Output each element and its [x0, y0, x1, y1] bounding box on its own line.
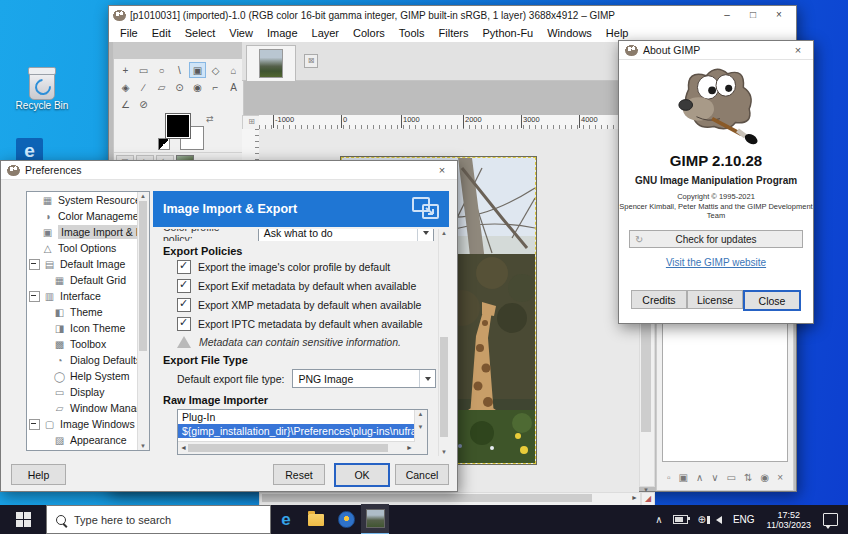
default-export-select[interactable]: PNG Image	[292, 369, 436, 388]
sidebar-item-system-resources[interactable]: ▦System Resources	[27, 192, 149, 208]
plugin-list-hscrollbar[interactable]: ◄ ►	[178, 441, 415, 454]
menu-edit[interactable]: Edit	[145, 27, 178, 39]
image-tab[interactable]	[246, 45, 296, 81]
smudge-tool-icon[interactable]: ◉	[189, 79, 206, 95]
duplicate-icon[interactable]: ▭	[727, 472, 736, 483]
sort-icon[interactable]: ⇅	[744, 472, 752, 483]
plugin-hscrollbar-thumb[interactable]	[188, 444, 388, 452]
settings-scrollbar-thumb[interactable]	[440, 337, 448, 437]
sidebar-item-dialog-defaults[interactable]: ◔Dialog Defaults	[27, 352, 149, 368]
sidebar-item-theme[interactable]: ◧Theme	[27, 304, 149, 320]
menu-windows[interactable]: Windows	[540, 27, 599, 39]
minimize-button[interactable]: –	[714, 7, 740, 23]
sidebar-item-icon-theme[interactable]: ◨Icon Theme	[27, 320, 149, 336]
license-button[interactable]: License	[687, 290, 743, 309]
close-button[interactable]: ×	[766, 7, 792, 23]
bucket-fill-tool-icon[interactable]: ◈	[117, 79, 134, 95]
preferences-close-icon[interactable]: ×	[433, 164, 451, 176]
navigation-preview-button[interactable]: ◢	[641, 492, 655, 506]
collapse-icon[interactable]	[29, 259, 40, 270]
checkbox-label[interactable]: Export XMP metadata by default when avai…	[198, 299, 421, 311]
menu-layer[interactable]: Layer	[305, 27, 347, 39]
menu-colors[interactable]: Colors	[346, 27, 392, 39]
sidebar-scrollbar-thumb[interactable]	[139, 201, 147, 351]
sidebar-item-image-windows[interactable]: ▢Image Windows	[27, 416, 149, 432]
ok-button[interactable]: OK	[334, 463, 390, 487]
horizontal-scrollbar-thumb[interactable]	[262, 494, 592, 502]
plugin-path-row[interactable]: ${gimp_installation_dir}\Preferences\plu…	[178, 424, 427, 438]
canvas-horizontal-scrollbar[interactable]: ►	[259, 492, 641, 506]
collapse-icon[interactable]	[29, 419, 40, 430]
scroll-down-icon[interactable]: ▼	[439, 449, 449, 455]
recycle-bin-shortcut[interactable]: Recycle Bin	[12, 70, 72, 111]
credits-button[interactable]: Credits	[631, 290, 687, 309]
menu-filters[interactable]: Filters	[432, 27, 476, 39]
taskbar-explorer-icon[interactable]	[301, 505, 331, 534]
menu-python-fu[interactable]: Python-Fu	[475, 27, 540, 39]
reset-button[interactable]: Reset	[273, 464, 325, 485]
plugin-list-vscrollbar[interactable]: ▲ ▼	[414, 410, 427, 454]
close-button[interactable]: Close	[743, 290, 801, 311]
move-tool-icon[interactable]: +	[117, 62, 134, 78]
foreground-color-swatch[interactable]	[166, 114, 190, 138]
sidebar-scrollbar[interactable]: ▲ ▼	[137, 192, 149, 450]
network-icon[interactable]: ⊕	[698, 514, 706, 525]
paths-tool-icon[interactable]: ⌐	[207, 79, 224, 95]
language-indicator[interactable]: ENG	[733, 514, 755, 525]
clock[interactable]: 17:52 11/03/2023	[767, 510, 811, 530]
delete-icon[interactable]: ×	[777, 472, 783, 483]
measure-tool-icon[interactable]: ∠	[117, 96, 134, 112]
export-color-profile-checkbox[interactable]	[177, 260, 191, 274]
sidebar-item-help-system[interactable]: ◯Help System	[27, 368, 149, 384]
about-close-icon[interactable]: ×	[789, 44, 807, 56]
action-center-icon[interactable]	[823, 513, 838, 526]
battery-icon[interactable]	[673, 515, 688, 524]
free-select-tool-icon[interactable]: ○	[153, 62, 170, 78]
eraser-tool-icon[interactable]: ▱	[153, 79, 170, 95]
fuzzy-select-tool-icon[interactable]: \	[171, 62, 188, 78]
start-button[interactable]	[0, 505, 46, 534]
menu-select[interactable]: Select	[178, 27, 223, 39]
checkbox-label[interactable]: Export the image's color profile by defa…	[198, 261, 390, 273]
checkbox-label[interactable]: Export IPTC metadata by default when ava…	[198, 318, 423, 330]
raise-icon[interactable]: ∧	[696, 472, 703, 483]
crop-tool-icon[interactable]: ▣	[189, 62, 206, 78]
scroll-right-icon[interactable]: ►	[631, 494, 638, 501]
clone-tool-icon[interactable]: ⊙	[171, 79, 188, 95]
lower-icon[interactable]: ∨	[711, 472, 718, 483]
check-updates-button[interactable]: ↻ Check for updates	[629, 230, 803, 248]
sidebar-item-default-image[interactable]: ▤Default Image	[27, 256, 149, 272]
color-profile-policy-select[interactable]: Ask what to do	[258, 229, 434, 241]
menu-image[interactable]: Image	[260, 27, 305, 39]
sidebar-item-window-management[interactable]: ▱Window Management	[27, 400, 149, 416]
scroll-left-icon[interactable]: ◄	[180, 444, 187, 451]
taskbar-gimp-icon[interactable]	[361, 504, 389, 534]
default-colors-icon[interactable]	[158, 138, 170, 150]
gimp-website-link[interactable]: Visit the GIMP website	[666, 257, 766, 268]
taskbar-search[interactable]: Type here to search	[46, 505, 271, 534]
collapse-icon[interactable]	[29, 291, 40, 302]
sidebar-item-default-grid[interactable]: ▦Default Grid	[27, 272, 149, 288]
sidebar-item-appearance[interactable]: ▨Appearance	[27, 432, 149, 448]
help-button[interactable]: Help	[11, 464, 66, 485]
plugin-column-header[interactable]: Plug-In	[178, 410, 427, 424]
menu-help[interactable]: Help	[599, 27, 636, 39]
unified-transform-tool-icon[interactable]: ◇	[207, 62, 224, 78]
sidebar-item-interface[interactable]: ▥Interface	[27, 288, 149, 304]
sidebar-item-tool-options[interactable]: △Tool Options	[27, 240, 149, 256]
rectangle-select-tool-icon[interactable]: ▭	[135, 62, 152, 78]
sidebar-item-toolbox[interactable]: ▩Toolbox	[27, 336, 149, 352]
scroll-up-icon[interactable]: ▲	[439, 230, 449, 236]
scroll-down-icon[interactable]: ▼	[415, 424, 426, 430]
edit-icon[interactable]: ◉	[760, 472, 769, 483]
scroll-right-icon[interactable]: ►	[406, 444, 413, 451]
cancel-button[interactable]: Cancel	[395, 464, 449, 485]
export-iptc-checkbox[interactable]	[177, 317, 191, 331]
open-folder-icon[interactable]: ▣	[679, 472, 688, 483]
settings-scrollbar[interactable]: ▲ ▼	[438, 229, 450, 456]
sidebar-item-display[interactable]: ▭Display	[27, 384, 149, 400]
maximize-button[interactable]: □	[740, 7, 766, 23]
sidebar-item-image-import-export[interactable]: ▣Image Import & Export	[27, 224, 149, 240]
menu-file[interactable]: File	[113, 27, 145, 39]
text-tool-icon[interactable]: A	[225, 79, 242, 95]
